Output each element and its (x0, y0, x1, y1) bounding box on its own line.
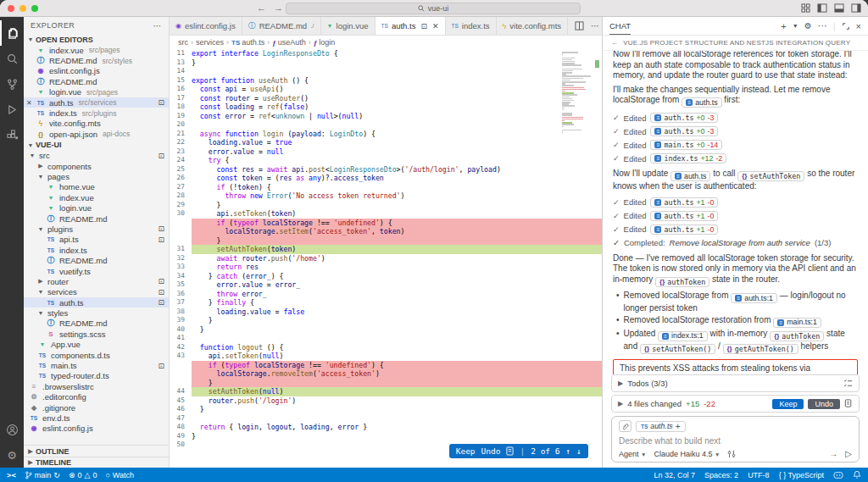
tree-item-src[interactable]: ▼src⊡ (24, 151, 169, 161)
minimize-window-button[interactable] (19, 5, 26, 12)
tree-item-index.vue[interactable]: ▼index.vue (24, 192, 169, 202)
file-chip-auth.ts[interactable]: ≡auth.ts (682, 97, 721, 108)
split-editor-icon[interactable] (575, 21, 584, 30)
open-editor-index.vue[interactable]: ▼index.vuesrc/pages (24, 45, 169, 55)
toggle-panel-icon[interactable] (834, 3, 844, 13)
edited-file-chip[interactable]: ≡index.ts+12-2 (650, 153, 726, 163)
tree-item-env.d.ts[interactable]: TSenv.d.ts (24, 413, 169, 423)
open-editor-auth.ts[interactable]: ✕TSauth.tssrc/services⊡ (24, 97, 169, 108)
tree-item-.gitignore[interactable]: ◈.gitignore (24, 402, 169, 413)
tree-item-styles[interactable]: ▼styles (24, 307, 169, 318)
toggle-sidebar-icon[interactable] (817, 3, 827, 13)
undo-button[interactable]: Undo (481, 446, 501, 456)
account-icon[interactable] (0, 417, 24, 442)
todos-card[interactable]: ▶ Todos (3/3) (611, 374, 860, 392)
bell-icon[interactable] (853, 470, 861, 479)
split-in-group-icon[interactable]: ⊡ (158, 152, 164, 160)
source-control-icon[interactable] (0, 71, 24, 97)
tab-eslint.config.js[interactable]: ◉eslint.config.js (170, 17, 242, 35)
undo-all-button[interactable]: Undo (808, 399, 840, 409)
voice-arrow-icon[interactable]: → (829, 449, 837, 458)
editor-layout-icon[interactable]: ⊡ (420, 22, 427, 30)
tree-item-.editorconfig[interactable]: ⚙.editorconfig (24, 392, 169, 402)
tab-login.vue[interactable]: ▼login.vue (321, 17, 376, 35)
watch-indicator[interactable]: ○Watch (105, 471, 134, 479)
split-in-group-icon[interactable]: ⊡ (158, 362, 164, 370)
file-stack-icon[interactable] (844, 399, 853, 408)
close-chat-icon[interactable]: × (856, 21, 861, 31)
back-arrow-icon[interactable]: ← (257, 3, 266, 13)
close-window-button[interactable] (8, 5, 14, 12)
tree-item-eslint.config.js[interactable]: ◉eslint.config.js (24, 424, 169, 434)
file-chip-auth.ts[interactable]: ≡auth.ts (670, 171, 710, 181)
copilot-icon[interactable] (833, 471, 843, 479)
open-editor-README.md[interactable]: ⓘREADME.mdsrc/styles (24, 55, 169, 65)
split-in-group-icon[interactable]: ⊡ (158, 235, 164, 244)
tree-item-api.ts[interactable]: TSapi.ts⊡ (24, 235, 169, 245)
edited-file-chip[interactable]: ≡main.ts+0-14 (650, 140, 722, 150)
explorer-icon[interactable] (0, 20, 24, 46)
breadcrumb-item-login[interactable]: ƒlogin (314, 38, 335, 47)
attach-context-button[interactable] (619, 420, 632, 432)
explorer-more-actions-icon[interactable]: ⋯ (153, 21, 162, 30)
edited-file-chip[interactable]: ≡auth.ts+1-0 (650, 197, 718, 208)
sync-icon[interactable]: ↻ (53, 471, 60, 479)
language-mode[interactable]: { } TypeScript (779, 471, 824, 479)
file-chip-main.ts:1[interactable]: ≡main.ts:1 (773, 318, 821, 328)
forward-arrow-icon[interactable]: → (274, 3, 283, 13)
mode-picker[interactable]: Agent ▼ (619, 450, 646, 458)
search-sidebar-icon[interactable] (0, 46, 24, 71)
close-tab-icon[interactable]: ✕ (432, 22, 439, 30)
expand-chat-icon[interactable] (842, 22, 850, 30)
run-debug-icon[interactable] (0, 97, 24, 122)
tree-item-README.md[interactable]: ⓘREADME.md (24, 319, 169, 329)
cursor-position[interactable]: Ln 32, Col 7 (654, 471, 696, 479)
edited-file-chip[interactable]: ≡auth.ts+1-0 (650, 224, 718, 235)
tree-item-README.md[interactable]: ⓘREADME.md (24, 213, 169, 224)
window-controls[interactable] (8, 5, 38, 12)
symbol-chip-authToken[interactable]: {}authToken (655, 277, 709, 287)
outline-header[interactable]: ▶ OUTLINE (24, 446, 169, 457)
symbol-chip-getAuthToken()[interactable]: {}getAuthToken() (723, 344, 798, 354)
open-editors-header[interactable]: ▼ OPEN EDITORS (24, 34, 169, 45)
chat-tab[interactable]: CHAT (609, 17, 631, 35)
open-editor-index.ts[interactable]: TSindex.tssrc/plugins (24, 108, 169, 118)
keep-all-button[interactable]: Keep (772, 399, 804, 409)
chat-settings-gear-icon[interactable]: ⚙ (804, 21, 812, 30)
chat-input[interactable] (619, 436, 852, 446)
timeline-header[interactable]: ▶ TIMELINE (24, 457, 169, 468)
tree-item-router[interactable]: ▶router⊡ (24, 276, 169, 286)
extensions-icon[interactable] (0, 122, 24, 147)
tab-auth.ts[interactable]: TSauth.ts⊡✕ (376, 17, 446, 35)
customize-layout-icon[interactable] (801, 3, 810, 13)
settings-gear-icon[interactable]: ⚙ (0, 442, 24, 468)
tree-item-settings.scss[interactable]: Ssettings.scss (24, 329, 169, 339)
minimap[interactable] (562, 52, 591, 135)
attached-file-chip[interactable]: TS auth.ts + (636, 421, 686, 432)
more-actions-icon[interactable]: ⋯ (591, 21, 599, 30)
edited-file-chip[interactable]: ≡auth.ts+0-3 (650, 126, 718, 136)
open-editor-vite.config.mts[interactable]: ϟvite.config.mts (24, 119, 169, 129)
open-editor-login.vue[interactable]: ▼login.vuesrc/pages (24, 87, 169, 97)
tree-item-README.md[interactable]: ⓘREADME.md (24, 255, 169, 265)
tree-item-vuetify.ts[interactable]: TSvuetify.ts (24, 266, 169, 276)
keep-button[interactable]: Keep (456, 446, 476, 456)
tree-item-typed-router.d.ts[interactable]: TStyped-router.d.ts (24, 371, 169, 381)
tree-item-login.vue[interactable]: ▼login.vue (24, 202, 169, 213)
split-in-group-icon[interactable]: ⊡ (158, 98, 164, 107)
remote-indicator[interactable]: >< (7, 471, 16, 479)
tools-sliders-icon[interactable] (727, 450, 736, 458)
indentation[interactable]: Spaces: 2 (704, 471, 738, 479)
command-center-search[interactable]: vue-ui (286, 3, 581, 14)
code-editor[interactable]: 11export interface LoginResponseDto {13}… (170, 49, 602, 468)
tab-vite.config.mts[interactable]: ϟvite.config.mts (497, 17, 568, 35)
edited-file-chip[interactable]: ≡auth.ts+0-3 (650, 113, 718, 123)
chat-input-card[interactable]: TS auth.ts + Agent ▼ Claude Haiku 4.5 ▼ … (611, 416, 860, 463)
new-chat-icon[interactable]: + (781, 21, 786, 31)
model-picker[interactable]: Claude Haiku 4.5 ▼ (654, 450, 720, 458)
checklist-icon[interactable] (843, 379, 853, 388)
next-change-icon[interactable]: ↓ (576, 446, 581, 456)
tree-item-home.vue[interactable]: ▼home.vue (24, 182, 169, 192)
breadcrumb-item-src[interactable]: src (178, 38, 188, 47)
close-editor-icon[interactable]: ✕ (26, 99, 32, 107)
